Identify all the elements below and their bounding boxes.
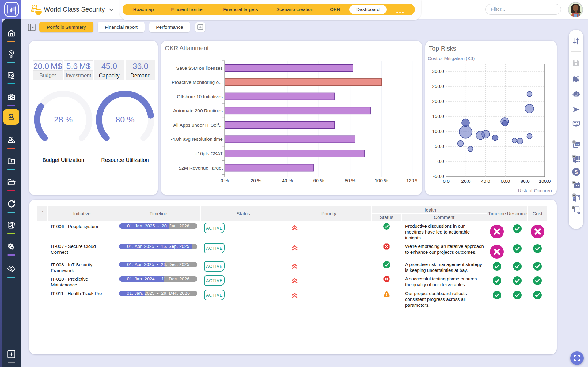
svg-text:250.0: 250.0 — [432, 84, 444, 89]
svg-text:$2M Revenue Target: $2M Revenue Target — [179, 165, 223, 170]
svg-text:100.0: 100.0 — [432, 129, 444, 134]
svg-text:Cost of Mitigation (K$): Cost of Mitigation (K$) — [428, 56, 475, 61]
svg-text:Save $5M on licenses: Save $5M on licenses — [176, 66, 223, 71]
svg-text:50.0: 50.0 — [435, 144, 444, 149]
svg-text:$: $ — [575, 169, 578, 175]
svg-text:80 %: 80 % — [116, 115, 135, 124]
svg-text:300.0: 300.0 — [432, 69, 444, 74]
svg-text:Offshore 10 Initiatives: Offshore 10 Initiatives — [177, 94, 223, 99]
svg-text:20.0: 20.0 — [461, 178, 471, 184]
svg-text:Resource Utilization: Resource Utilization — [101, 157, 149, 163]
svg-text:100 %: 100 % — [375, 178, 388, 183]
svg-text:Risk of Occuren: Risk of Occuren — [518, 188, 552, 193]
svg-text:28 %: 28 % — [54, 115, 73, 124]
svg-text:-4.8h avg resolution time: -4.8h avg resolution time — [171, 137, 223, 142]
svg-text:0 %: 0 % — [221, 178, 229, 183]
svg-text:200.0: 200.0 — [432, 99, 444, 104]
svg-text:0.0: 0.0 — [443, 178, 450, 184]
svg-text:20 %: 20 % — [251, 178, 262, 183]
svg-text:Top Risks: Top Risks — [429, 45, 456, 52]
svg-text:40.0: 40.0 — [481, 178, 491, 184]
svg-text:60 %: 60 % — [313, 178, 324, 183]
svg-text:100.0: 100.0 — [539, 178, 551, 184]
svg-text:Automate 200 Routines: Automate 200 Routines — [173, 108, 223, 113]
svg-text:80.0: 80.0 — [521, 178, 530, 184]
svg-text:+10pts CSAT: +10pts CSAT — [195, 151, 223, 156]
svg-text:0.0: 0.0 — [437, 159, 444, 164]
svg-text:Proactive Monitoring o...: Proactive Monitoring o... — [172, 80, 223, 85]
svg-text:PDF: PDF — [575, 143, 579, 146]
svg-text:Budget Utilization: Budget Utilization — [42, 157, 84, 163]
svg-text:All Apps under IT Self...: All Apps under IT Self... — [173, 122, 223, 128]
svg-text:60.0: 60.0 — [501, 178, 510, 184]
svg-text:40 %: 40 % — [282, 178, 293, 183]
svg-text:150.0: 150.0 — [432, 114, 444, 119]
svg-text:OKR Attainment: OKR Attainment — [165, 45, 209, 51]
svg-text:80 %: 80 % — [345, 178, 356, 183]
svg-text:-50.0: -50.0 — [433, 174, 444, 179]
